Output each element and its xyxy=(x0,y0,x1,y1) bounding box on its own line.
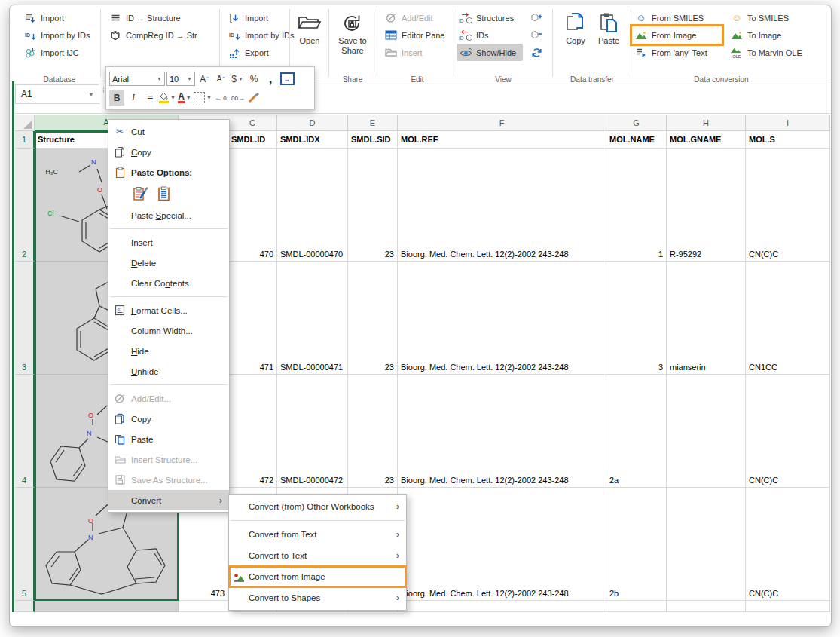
copy-button[interactable]: Copy xyxy=(560,9,591,46)
cell-F6[interactable] xyxy=(398,601,606,612)
import-button[interactable]: Import xyxy=(21,9,98,26)
cell-I1[interactable]: MOL.S xyxy=(746,131,830,149)
column-header-E[interactable]: E xyxy=(348,115,398,131)
cell-F4[interactable]: Bioorg. Med. Chem. Lett. 12(2)-2002 243-… xyxy=(398,375,606,488)
borders-button[interactable]: ▼ xyxy=(194,90,212,106)
cell-C3[interactable]: 471 xyxy=(228,262,277,375)
cell-H1[interactable]: MOL.GNAME xyxy=(667,131,746,149)
menu-item-insert[interactable]: Insert xyxy=(108,232,229,253)
cell-H4[interactable] xyxy=(667,375,746,488)
row-header-5[interactable]: 5 xyxy=(15,488,35,601)
cell-F1[interactable]: MOL.REF xyxy=(398,131,606,149)
cell-I3[interactable]: CN1CC xyxy=(746,262,830,375)
from-any-text-button[interactable]: From 'any' Text xyxy=(632,44,724,61)
io-import-button[interactable]: Import xyxy=(225,9,289,26)
chevron-down-icon[interactable]: ▼ xyxy=(88,91,94,98)
row-header-3[interactable]: 3 xyxy=(15,262,35,375)
autofit-icon[interactable]: ↔ xyxy=(279,72,295,87)
export-button[interactable]: Export xyxy=(225,44,289,61)
row-header-4[interactable]: 4 xyxy=(15,375,35,488)
font-size-select[interactable]: 10▼ xyxy=(166,72,195,86)
cell-A6[interactable] xyxy=(35,601,179,612)
io-import-by-ids-button[interactable]: IDImport by IDs xyxy=(225,26,289,44)
cell-G5[interactable]: 2b xyxy=(606,488,667,601)
cell-D1[interactable]: SMDL.IDX xyxy=(277,131,348,149)
import-by-ids-button[interactable]: IDImport by IDs xyxy=(21,26,98,44)
grow-font-button[interactable]: Aˆ xyxy=(197,72,212,87)
cell-B6[interactable] xyxy=(179,601,228,612)
to-smiles-button[interactable]: ☺To SMILES xyxy=(728,9,811,26)
row-header-6[interactable] xyxy=(15,601,35,612)
cell-C4[interactable]: 472 xyxy=(228,375,277,488)
menu-item-format-cells[interactable]: 8:Format Cells... xyxy=(108,300,229,320)
import-ijc-button[interactable]: Import IJC xyxy=(21,44,98,61)
cell-D2[interactable]: SMDL-00000470 xyxy=(277,149,348,262)
select-all-corner[interactable] xyxy=(15,115,35,131)
font-name-select[interactable]: Arial▼ xyxy=(109,72,165,86)
menu-item-paste-options[interactable]: Paste Options: xyxy=(108,162,229,182)
add-structure-button[interactable] xyxy=(527,9,547,26)
name-box[interactable]: A1 ▼ xyxy=(15,84,99,104)
row-header-2[interactable]: 2 xyxy=(15,149,35,262)
align-button[interactable]: ≡ xyxy=(142,90,157,106)
column-header-H[interactable]: H xyxy=(667,115,746,131)
accounting-format-button[interactable]: $▼ xyxy=(230,72,245,87)
column-header-C[interactable]: C xyxy=(228,115,277,131)
cell-I5[interactable]: CN(C)C xyxy=(746,488,830,601)
menu-item-cut[interactable]: ✂Cut xyxy=(108,121,229,142)
menu-item-paste[interactable]: Paste xyxy=(108,429,229,449)
menu-item-clear-contents[interactable]: Clear Contents xyxy=(108,273,229,293)
column-header-I[interactable]: I xyxy=(746,115,830,131)
editor-pane-button[interactable]: Editor Pane xyxy=(382,26,453,44)
cell-H6[interactable] xyxy=(667,601,746,612)
cell-G4[interactable]: 2a xyxy=(606,375,667,488)
cell-H2[interactable]: R-95292 xyxy=(667,149,746,262)
cell-F3[interactable]: Bioorg. Med. Chem. Lett. 12(2)-2002 243-… xyxy=(398,262,606,375)
cell-G2[interactable]: 1 xyxy=(606,149,667,262)
submenu-item-convert-to-shapes[interactable]: Convert to Shapes› xyxy=(229,587,406,608)
cell-H5[interactable] xyxy=(667,488,746,601)
column-header-D[interactable]: D xyxy=(277,115,348,131)
menu-item-delete[interactable]: Delete xyxy=(108,253,229,273)
cell-D3[interactable]: SMDL-00000471 xyxy=(277,262,348,375)
cell-H3[interactable]: mianserin xyxy=(667,262,746,375)
refresh-button[interactable] xyxy=(527,44,547,61)
menu-item-unhide[interactable]: Unhide xyxy=(108,361,229,381)
cell-G6[interactable] xyxy=(606,601,667,612)
cell-I6[interactable] xyxy=(746,601,830,612)
to-marvin-ole-button[interactable]: OLETo Marvin OLE xyxy=(728,44,811,61)
cell-G3[interactable]: 3 xyxy=(606,262,667,375)
comma-style-button[interactable]: , xyxy=(263,72,278,87)
shrink-font-button[interactable]: Aˇ xyxy=(213,72,228,87)
cell-I2[interactable]: CN(C)C xyxy=(746,149,830,262)
paste-option-keep-formatting-icon[interactable] xyxy=(133,186,148,201)
fill-color-button[interactable]: ▼ xyxy=(159,90,176,106)
cell-E3[interactable]: 23 xyxy=(348,262,398,375)
menu-item-copy[interactable]: Copy xyxy=(108,409,229,429)
cell-G1[interactable]: MOL.NAME xyxy=(606,131,667,149)
from-image-button[interactable]: From Image xyxy=(632,26,722,44)
compreg-id-to-str-button[interactable]: CompReg ID → Str xyxy=(106,26,218,44)
show-hide-button[interactable]: Show/Hide xyxy=(457,44,523,61)
cell-C1[interactable]: SMDL.ID xyxy=(228,131,277,149)
cell-I4[interactable]: CN(C)C xyxy=(746,375,830,488)
bold-button[interactable]: B xyxy=(109,90,124,106)
cell-C2[interactable]: 470 xyxy=(228,149,277,262)
menu-item-hide[interactable]: Hide xyxy=(108,341,229,361)
submenu-item-convert-from-text[interactable]: Convert from Text› xyxy=(229,524,406,545)
submenu-item-convert-from-other-workbooks[interactable]: Convert (from) Other Workbooks› xyxy=(229,496,406,517)
submenu-item-convert-from-image[interactable]: Convert from Image xyxy=(229,566,406,587)
cell-F5[interactable]: Bioorg. Med. Chem. Lett. 12(2)-2002 243-… xyxy=(398,488,606,601)
percent-style-button[interactable]: % xyxy=(246,72,261,87)
to-image-button[interactable]: To Image xyxy=(728,26,811,44)
decrease-decimal-button[interactable]: ←.0 xyxy=(213,90,228,106)
cell-F2[interactable]: Bioorg. Med. Chem. Lett. 12(2)-2002 243-… xyxy=(398,149,606,262)
menu-item-convert[interactable]: Convert› xyxy=(108,490,229,510)
cell-E2[interactable]: 23 xyxy=(348,149,398,262)
italic-button[interactable]: I xyxy=(126,90,141,106)
font-color-button[interactable]: A▼ xyxy=(177,90,192,106)
menu-item-paste-special[interactable]: Paste Special... xyxy=(108,205,229,225)
paste-option-values-icon[interactable] xyxy=(157,186,171,201)
submenu-item-convert-to-text[interactable]: Convert to Text› xyxy=(229,545,406,566)
cell-E1[interactable]: SMDL.SID xyxy=(348,131,398,149)
